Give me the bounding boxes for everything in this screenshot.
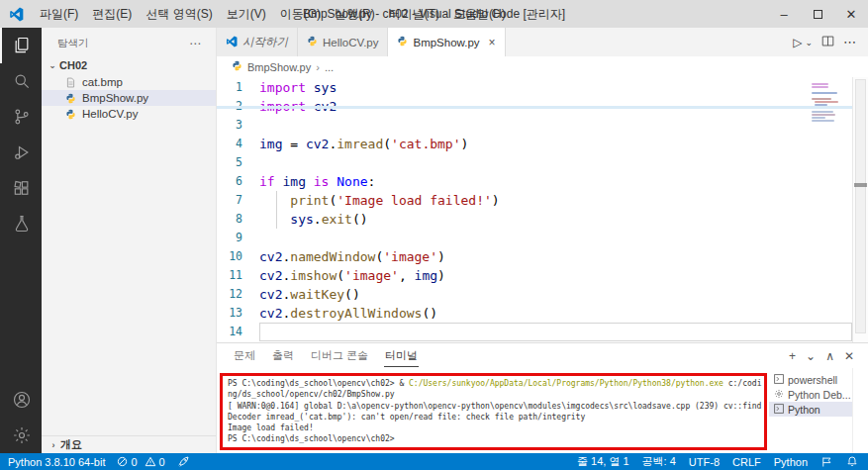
panel-tab-디버그 콘솔[interactable]: 디버그 콘솔: [310, 344, 369, 367]
code-line-10[interactable]: 10cv2.namedWindow('image'): [217, 247, 852, 266]
line-number[interactable]: 1: [217, 78, 259, 97]
file-row-BmpShow.py[interactable]: BmpShow.py: [42, 90, 216, 106]
terminal-icon: [774, 374, 784, 386]
new-terminal-button[interactable]: +: [789, 349, 796, 363]
explorer-icon[interactable]: [0, 28, 42, 63]
file-row-cat.bmp[interactable]: cat.bmp: [42, 74, 216, 90]
panel-tab-문제[interactable]: 문제: [233, 344, 256, 367]
minimize-button[interactable]: –: [767, 0, 801, 28]
line-number[interactable]: 5: [217, 153, 259, 172]
tab-시작하기[interactable]: 시작하기: [217, 28, 298, 56]
code-line-3[interactable]: 3: [217, 116, 852, 135]
line-text: cv2.destroyAllWindows(): [259, 304, 852, 323]
split-editor-icon[interactable]: [821, 35, 834, 50]
code-line-1[interactable]: 1import sys: [217, 78, 852, 97]
run-dropdown-icon[interactable]: ⌄: [805, 38, 813, 47]
accounts-icon[interactable]: [0, 382, 42, 418]
cursor-position-status[interactable]: 줄 14, 열 1: [577, 454, 629, 469]
menu-item-3[interactable]: 보기(V): [220, 3, 273, 26]
line-number[interactable]: 6: [217, 172, 259, 191]
language-mode-status[interactable]: Python: [774, 456, 808, 468]
line-number[interactable]: 11: [217, 266, 259, 285]
indentation-status[interactable]: 공백: 4: [642, 454, 676, 469]
notifications-bell-icon[interactable]: [846, 455, 858, 468]
source-control-icon[interactable]: [0, 99, 42, 135]
folder-row-ch02[interactable]: ⌄ CH02: [42, 56, 216, 74]
run-python-file-button[interactable]: ▷: [793, 36, 802, 49]
tab-label: HelloCV.py: [323, 37, 378, 48]
line-number[interactable]: 7: [217, 191, 259, 210]
code-line-7[interactable]: 7 print('Image load failed!'): [217, 191, 852, 210]
code-line-8[interactable]: 8 sys.exit(): [217, 210, 852, 229]
tab-BmpShow.py[interactable]: BmpShow.py×: [388, 28, 505, 56]
line-text: img = cv2.imread('cat.bmp'): [259, 135, 852, 153]
sidebar-title: 탐색기: [57, 37, 89, 50]
terminal-output[interactable]: PS C:\coding\ds_school\opencv\ch02> & C:…: [217, 368, 769, 453]
code-line-14[interactable]: 14: [217, 323, 852, 341]
feedback-icon[interactable]: [820, 456, 833, 468]
breadcrumb-file[interactable]: BmpShow.py: [247, 61, 311, 73]
more-actions-icon[interactable]: ⋯: [843, 35, 856, 49]
terminal-instance-label: Python Deb...: [788, 389, 851, 401]
panel-scrollbar-lane[interactable]: [852, 368, 868, 453]
line-number[interactable]: 12: [217, 285, 259, 304]
maximize-panel-button[interactable]: ∧: [825, 349, 834, 363]
maximize-button[interactable]: [801, 0, 834, 28]
minimap[interactable]: [812, 82, 851, 141]
encoding-status[interactable]: UTF-8: [689, 456, 720, 468]
code-line-11[interactable]: 11cv2.imshow('image', img): [217, 266, 852, 285]
line-number[interactable]: 13: [217, 304, 259, 323]
line-number[interactable]: 9: [217, 229, 259, 247]
problems-status[interactable]: 0 0: [117, 456, 164, 468]
eol-status[interactable]: CRLF: [732, 456, 761, 468]
code-line-4[interactable]: 4img = cv2.imread('cat.bmp'): [217, 135, 852, 153]
terminal-instance-Python[interactable]: Python: [769, 402, 852, 417]
breadcrumb-symbol[interactable]: ...: [325, 61, 334, 73]
rocket-icon[interactable]: [177, 455, 190, 468]
line-number[interactable]: 14: [217, 323, 259, 341]
code-line-12[interactable]: 12cv2.waitKey(): [217, 285, 852, 304]
terminal-instance-Python Deb...[interactable]: Python Deb...: [769, 387, 852, 402]
code-line-5[interactable]: 5: [217, 153, 852, 172]
code-editor[interactable]: 1import sys2import cv234img = cv2.imread…: [217, 77, 868, 342]
line-number[interactable]: 3: [217, 116, 259, 135]
menu-item-6[interactable]: 터미널(T): [382, 3, 446, 26]
panel-tab-터미널[interactable]: 터미널: [384, 344, 419, 367]
close-button[interactable]: ✕: [834, 0, 868, 28]
menu-item-1[interactable]: 편집(E): [85, 3, 139, 26]
testing-icon[interactable]: [0, 206, 42, 241]
run-debug-icon[interactable]: [0, 135, 42, 170]
file-icon: [65, 76, 77, 88]
close-panel-button[interactable]: ✕: [844, 349, 854, 363]
menu-item-2[interactable]: 선택 영역(S): [139, 3, 219, 26]
file-row-HelloCV.py[interactable]: HelloCV.py: [42, 106, 216, 122]
line-number[interactable]: 10: [217, 247, 259, 266]
code-line-13[interactable]: 13cv2.destroyAllWindows(): [217, 304, 852, 323]
line-number[interactable]: 8: [217, 210, 259, 229]
terminal-instance-powershell[interactable]: powershell: [769, 372, 852, 387]
panel-tab-출력[interactable]: 출력: [271, 344, 295, 367]
menu-item-0[interactable]: 파일(F): [33, 3, 85, 26]
breadcrumb[interactable]: BmpShow.py › ...: [217, 56, 868, 77]
menu-item-4[interactable]: 이동(G): [273, 3, 328, 26]
tab-close-icon[interactable]: ×: [489, 36, 496, 49]
menu-item-7[interactable]: 도움말(H): [446, 3, 513, 26]
scrollbar-thumb[interactable]: [855, 79, 866, 333]
menu-item-5[interactable]: 실행(R): [328, 3, 382, 26]
code-line-9[interactable]: 9: [217, 229, 852, 247]
outline-section[interactable]: › 개요: [42, 435, 216, 453]
python-icon: [397, 36, 408, 48]
editor-scrollbar[interactable]: [852, 77, 868, 342]
sidebar-more-actions-icon[interactable]: ⋯: [189, 37, 202, 50]
terminal-line-4: Decoder imread_('cat.bmp'): can't open/r…: [228, 412, 759, 423]
tab-HelloCV.py[interactable]: HelloCV.py: [298, 28, 388, 56]
terminal-line-5: Image load failed!: [228, 423, 759, 433]
terminal-icon: [774, 404, 784, 416]
line-number[interactable]: 4: [217, 135, 259, 153]
terminal-dropdown-button[interactable]: ⌄: [806, 349, 816, 363]
settings-icon[interactable]: [0, 418, 42, 453]
code-line-6[interactable]: 6if img is None:: [217, 172, 852, 191]
search-icon[interactable]: [0, 63, 42, 99]
python-interpreter-status[interactable]: Python 3.8.10 64-bit: [8, 456, 105, 468]
extensions-icon[interactable]: [0, 170, 42, 206]
